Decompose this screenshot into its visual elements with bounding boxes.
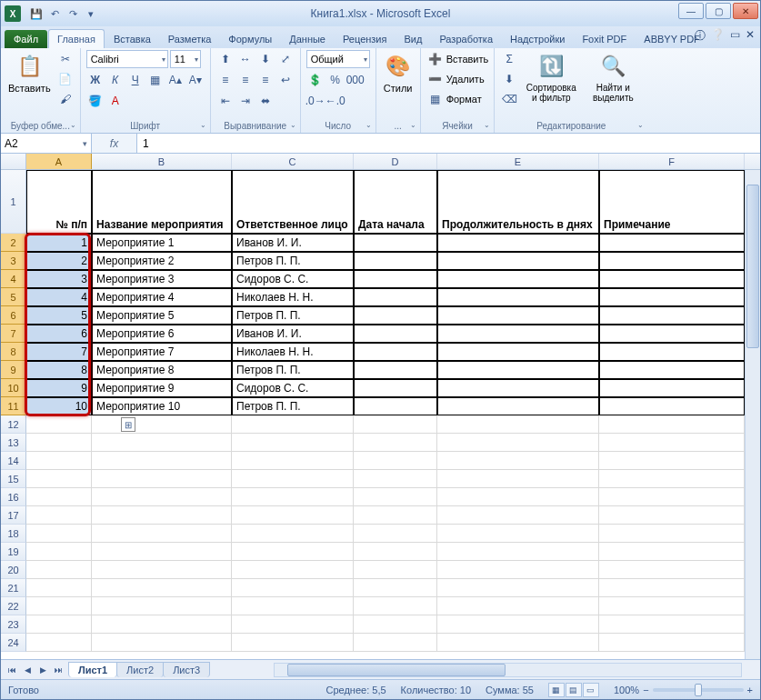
row-header[interactable]: 17: [1, 506, 26, 525]
cell[interactable]: [92, 579, 232, 597]
cell[interactable]: [599, 488, 745, 506]
cell[interactable]: 4: [26, 288, 92, 306]
cell[interactable]: [354, 415, 437, 434]
cell[interactable]: [26, 579, 92, 597]
col-header-F[interactable]: F: [599, 154, 745, 169]
cell[interactable]: 1: [26, 234, 92, 252]
bold-button[interactable]: Ж: [86, 71, 105, 89]
cell[interactable]: [437, 488, 599, 506]
delete-cells-label[interactable]: Удалить: [446, 74, 485, 85]
cell[interactable]: [92, 452, 232, 470]
name-box[interactable]: A2: [1, 134, 92, 153]
insert-cells-icon[interactable]: ➕: [426, 50, 445, 68]
cell[interactable]: Мероприятие 2: [92, 252, 232, 270]
tab-review[interactable]: Рецензия: [335, 30, 396, 48]
cell[interactable]: [26, 543, 92, 561]
indent-dec-icon[interactable]: ⇤: [216, 92, 235, 110]
formula-input[interactable]: 1: [137, 134, 760, 153]
cell[interactable]: [437, 543, 599, 561]
select-all-corner[interactable]: [1, 154, 26, 169]
cell[interactable]: Примечание: [599, 170, 745, 234]
row-header[interactable]: 1: [1, 170, 26, 234]
cell[interactable]: 6: [26, 325, 92, 343]
cell[interactable]: 7: [26, 343, 92, 361]
italic-button[interactable]: К: [106, 71, 125, 89]
cell[interactable]: [437, 397, 599, 415]
cell[interactable]: [354, 543, 437, 561]
row-header[interactable]: 9: [1, 361, 26, 379]
number-format-combo[interactable]: Общий: [306, 50, 370, 68]
tab-addins[interactable]: Надстройки: [502, 30, 573, 48]
cell[interactable]: [599, 470, 745, 488]
cell[interactable]: Петров П. П.: [232, 397, 354, 415]
cell[interactable]: [599, 343, 745, 361]
cell[interactable]: Петров П. П.: [232, 306, 354, 325]
wrap-text-icon[interactable]: ↩: [276, 71, 295, 89]
doc-close-icon[interactable]: ✕: [746, 28, 755, 44]
cell[interactable]: [354, 506, 437, 525]
cell[interactable]: [232, 415, 354, 434]
cell[interactable]: [599, 579, 745, 597]
tab-home[interactable]: Главная: [48, 29, 105, 48]
redo-icon[interactable]: ↷: [65, 5, 81, 22]
cell[interactable]: [26, 452, 92, 470]
percent-icon[interactable]: %: [326, 71, 345, 89]
cell[interactable]: [232, 434, 354, 452]
clear-icon[interactable]: ⌫: [500, 90, 518, 108]
indent-inc-icon[interactable]: ⇥: [236, 92, 255, 110]
cut-icon[interactable]: ✂: [56, 50, 75, 68]
cell[interactable]: [92, 488, 232, 506]
cell[interactable]: [599, 306, 745, 325]
cell[interactable]: [26, 615, 92, 634]
cell[interactable]: [599, 615, 745, 634]
font-name-combo[interactable]: Calibri: [86, 50, 168, 68]
inc-decimal-icon[interactable]: .0→: [306, 92, 325, 110]
col-header-D[interactable]: D: [354, 154, 437, 169]
cell[interactable]: [92, 525, 232, 543]
row-header[interactable]: 6: [1, 306, 26, 325]
cell[interactable]: [437, 288, 599, 306]
worksheet-grid[interactable]: A B C D E F 1234567891011121314151617181…: [1, 154, 760, 659]
autofill-options-icon[interactable]: ⊞: [121, 417, 135, 432]
cell[interactable]: [437, 306, 599, 325]
copy-icon[interactable]: 📄: [56, 70, 75, 88]
row-header[interactable]: 22: [1, 597, 26, 615]
format-painter-icon[interactable]: 🖌: [56, 90, 75, 108]
save-icon[interactable]: 💾: [28, 5, 45, 22]
cell[interactable]: [92, 470, 232, 488]
cell[interactable]: [354, 579, 437, 597]
cell[interactable]: [437, 325, 599, 343]
cell[interactable]: [232, 634, 354, 652]
cell[interactable]: [92, 415, 232, 434]
cell[interactable]: [599, 397, 745, 415]
row-header[interactable]: 24: [1, 634, 26, 652]
cell[interactable]: [599, 434, 745, 452]
vscroll-thumb[interactable]: [746, 185, 759, 348]
cell[interactable]: Мероприятие 1: [92, 234, 232, 252]
cell[interactable]: [232, 506, 354, 525]
cell[interactable]: [354, 379, 437, 397]
cell[interactable]: Мероприятие 9: [92, 379, 232, 397]
row-header[interactable]: 21: [1, 579, 26, 597]
sheet-prev-icon[interactable]: ◀: [20, 665, 35, 675]
cell[interactable]: [354, 488, 437, 506]
cell[interactable]: [354, 634, 437, 652]
hscroll-thumb[interactable]: [287, 664, 506, 676]
cell[interactable]: [92, 561, 232, 579]
vertical-scrollbar[interactable]: [745, 170, 760, 659]
row-header[interactable]: 4: [1, 270, 26, 288]
tab-developer[interactable]: Разработка: [431, 30, 501, 48]
col-header-C[interactable]: C: [232, 154, 354, 169]
border-icon[interactable]: ▦: [146, 71, 165, 89]
font-grow-icon[interactable]: A▴: [166, 71, 185, 89]
help-icon[interactable]: ❔: [711, 28, 725, 44]
cell[interactable]: Иванов И. И.: [232, 234, 354, 252]
cell[interactable]: [437, 579, 599, 597]
view-normal-icon[interactable]: ▦: [548, 683, 565, 697]
cell[interactable]: Мероприятие 7: [92, 343, 232, 361]
cell[interactable]: [599, 379, 745, 397]
cell[interactable]: [437, 452, 599, 470]
cell[interactable]: Ответственное лицо: [232, 170, 354, 234]
merge-icon[interactable]: ⬌: [256, 92, 275, 110]
cell[interactable]: [26, 488, 92, 506]
